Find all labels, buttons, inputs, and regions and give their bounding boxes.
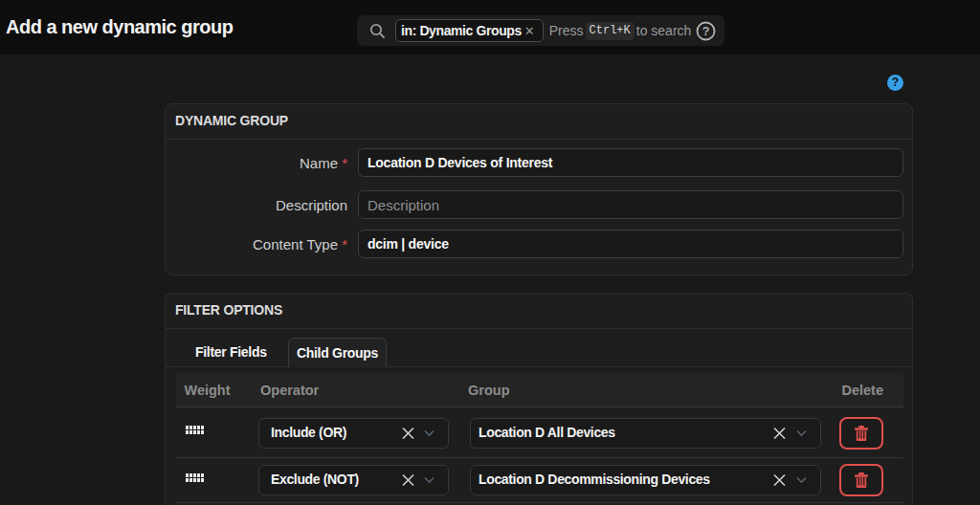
svg-text:?: ? xyxy=(702,25,710,38)
